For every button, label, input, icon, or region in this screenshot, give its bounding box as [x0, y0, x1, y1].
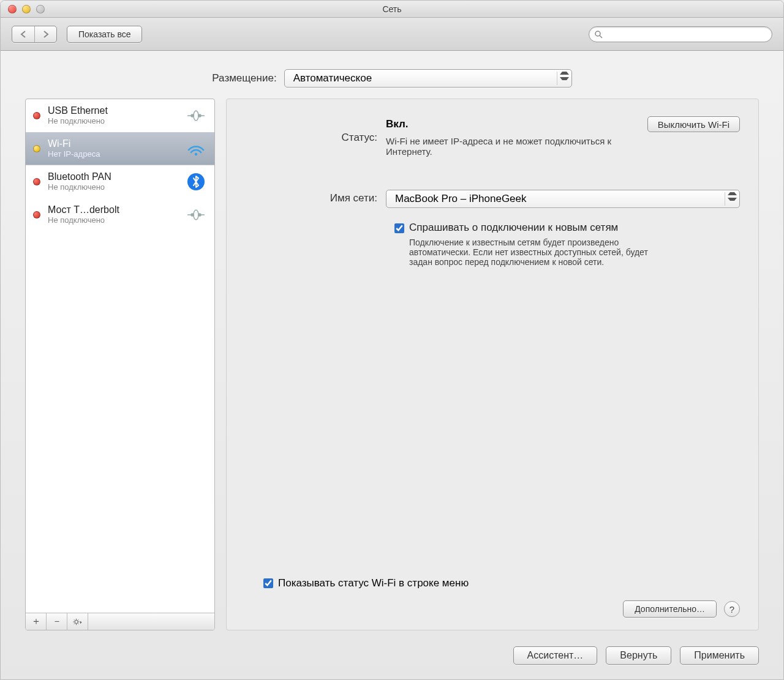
service-name: USB Ethernet	[48, 105, 178, 116]
location-select[interactable]: Автоматическое	[284, 69, 572, 88]
bottom-buttons: Ассистент… Вернуть Применить	[1, 646, 783, 679]
location-label: Размещение:	[212, 72, 276, 84]
toggle-wifi-button[interactable]: Выключить Wi-Fi	[647, 116, 740, 132]
service-list: USB EthernetНе подключеноWi-FiНет IP-адр…	[26, 99, 214, 613]
ethernet-icon	[185, 206, 207, 223]
svg-line-1	[600, 35, 602, 38]
apply-button[interactable]: Применить	[680, 646, 759, 665]
status-value: Вкл.	[386, 118, 409, 130]
svg-line-18	[77, 619, 78, 620]
svg-point-0	[595, 31, 600, 36]
service-status: Нет IP-адреса	[48, 149, 178, 159]
svg-line-17	[74, 623, 75, 624]
revert-button[interactable]: Вернуть	[606, 646, 671, 665]
location-value: Автоматическое	[293, 72, 372, 84]
zoom-window-button[interactable]	[36, 5, 45, 13]
chevron-right-icon	[43, 31, 49, 38]
search-input[interactable]	[606, 29, 767, 39]
remove-service-button[interactable]: －	[47, 613, 67, 630]
chevron-left-icon	[20, 31, 26, 38]
search-field[interactable]	[589, 26, 772, 42]
sidebar-service-item[interactable]: USB EthernetНе подключено	[26, 99, 214, 132]
location-row: Размещение: Автоматическое	[1, 51, 783, 99]
service-status: Не подключено	[48, 215, 178, 225]
show-status-label[interactable]: Показывать статус Wi-Fi в строке меню	[278, 577, 469, 589]
titlebar: Сеть	[1, 1, 783, 18]
status-label: Статус:	[245, 129, 386, 144]
svg-point-4	[194, 111, 198, 121]
toolbar: Показать все	[1, 18, 783, 51]
sidebar-service-item[interactable]: Wi-FiНет IP-адреса	[26, 132, 214, 165]
service-name: Wi-Fi	[48, 138, 178, 149]
ethernet-icon	[185, 107, 207, 124]
status-dot-icon	[33, 145, 40, 152]
network-name-select[interactable]: MacBook Pro – iPhoneGeek	[386, 190, 740, 208]
svg-point-9	[194, 210, 198, 220]
wifi-icon	[185, 140, 207, 157]
status-description: Wi-Fi не имеет IP-адреса и не может подк…	[386, 136, 643, 157]
sidebar-service-item[interactable]: Мост T…derboltНе подключено	[26, 198, 214, 231]
service-name: Bluetooth PAN	[48, 171, 178, 182]
nav-back-button[interactable]	[12, 26, 34, 42]
minimize-window-button[interactable]	[22, 5, 31, 13]
nav-forward-button[interactable]	[34, 26, 56, 42]
svg-point-5	[195, 152, 197, 155]
service-sidebar: USB EthernetНе подключеноWi-FiНет IP-адр…	[25, 99, 215, 630]
service-name: Мост T…derbolt	[48, 204, 178, 215]
status-dot-icon	[33, 178, 40, 185]
sidebar-footer: ＋ －	[26, 613, 214, 630]
add-service-button[interactable]: ＋	[26, 613, 47, 630]
detail-panel: Статус: Вкл. Выключить Wi-Fi Wi-Fi не им…	[226, 99, 759, 630]
sidebar-service-item[interactable]: Bluetooth PANНе подключено	[26, 165, 214, 198]
updown-icon	[725, 192, 737, 206]
close-window-button[interactable]	[8, 5, 17, 13]
nav-back-forward	[12, 26, 57, 43]
ask-join-description: Подключение к известным сетям будет прои…	[409, 237, 673, 267]
advanced-button[interactable]: Дополнительно…	[623, 600, 717, 618]
window-title: Сеть	[382, 4, 401, 14]
show-all-button[interactable]: Показать все	[67, 26, 142, 43]
assistant-button[interactable]: Ассистент…	[513, 646, 598, 665]
network-name-value: MacBook Pro – iPhoneGeek	[395, 193, 527, 205]
svg-line-16	[77, 623, 78, 624]
help-button[interactable]: ?	[724, 601, 740, 617]
updown-icon	[557, 72, 569, 85]
status-dot-icon	[33, 112, 40, 119]
status-dot-icon	[33, 211, 40, 219]
service-status: Не подключено	[48, 116, 178, 125]
service-actions-button[interactable]	[67, 613, 88, 630]
svg-point-10	[75, 620, 78, 623]
svg-line-15	[74, 619, 75, 620]
ask-join-label[interactable]: Спрашивать о подключении к новым сетям	[409, 222, 618, 234]
network-name-label: Имя сети:	[245, 190, 386, 204]
gear-icon	[73, 617, 83, 627]
bluetooth-icon	[185, 173, 207, 190]
search-icon	[594, 30, 603, 39]
show-status-checkbox[interactable]	[263, 578, 273, 588]
service-status: Не подключено	[48, 182, 178, 192]
ask-join-checkbox[interactable]	[394, 223, 404, 233]
